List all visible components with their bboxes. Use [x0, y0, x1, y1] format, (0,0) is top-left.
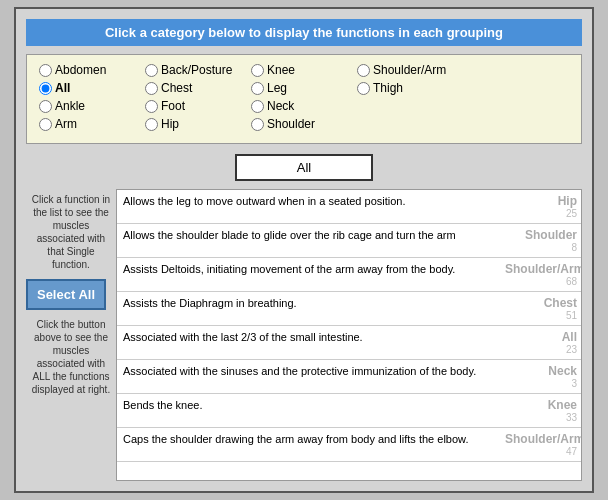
header-bar: Click a category below to display the fu…: [26, 19, 582, 46]
all-filter-button[interactable]: All: [235, 154, 373, 181]
category-item-shoulder-arm[interactable]: Shoulder/Arm: [357, 63, 457, 77]
label-ankle[interactable]: Ankle: [55, 99, 85, 113]
category-item-all[interactable]: All: [39, 81, 139, 95]
radio-knee[interactable]: [251, 64, 264, 77]
content-area: Click a function in the list to see the …: [26, 189, 582, 481]
label-foot[interactable]: Foot: [161, 99, 185, 113]
radio-abdomen[interactable]: [39, 64, 52, 77]
list-item-category: Shoulder8: [501, 224, 581, 257]
category-item-abdomen[interactable]: Abdomen: [39, 63, 139, 77]
category-item-ankle[interactable]: Ankle: [39, 99, 139, 113]
list-item-category: Knee33: [501, 394, 581, 427]
list-item[interactable]: Assists the Diaphragm in breathing.Chest…: [117, 292, 581, 326]
radio-shoulder[interactable]: [251, 118, 264, 131]
list-item-category-number: 3: [505, 378, 577, 389]
category-item-hip[interactable]: Hip: [145, 117, 245, 131]
list-item-category: Hip25: [501, 190, 581, 223]
radio-thigh[interactable]: [357, 82, 370, 95]
list-item-category-number: 8: [505, 242, 577, 253]
label-shoulder-arm[interactable]: Shoulder/Arm: [373, 63, 446, 77]
category-item-neck[interactable]: Neck: [251, 99, 351, 113]
list-item-category-number: 33: [505, 412, 577, 423]
list-container: Allows the leg to move outward when in a…: [116, 189, 582, 481]
radio-hip[interactable]: [145, 118, 158, 131]
all-button-row: All: [26, 154, 582, 181]
label-hip[interactable]: Hip: [161, 117, 179, 131]
category-item-leg[interactable]: Leg: [251, 81, 351, 95]
radio-shoulder-arm[interactable]: [357, 64, 370, 77]
list-item-category-name: All: [505, 330, 577, 344]
radio-neck[interactable]: [251, 100, 264, 113]
list-item-category-number: 68: [505, 276, 577, 287]
list-item-text: Associated with the sinuses and the prot…: [117, 360, 501, 393]
label-all[interactable]: All: [55, 81, 70, 95]
list-item-text: Caps the shoulder drawing the arm away f…: [117, 428, 501, 461]
category-row-2: All Chest Leg Thigh: [39, 81, 569, 95]
list-scroll[interactable]: Allows the leg to move outward when in a…: [117, 190, 581, 480]
list-item-category-name: Shoulder/Arm: [505, 262, 577, 276]
list-item[interactable]: Bends the knee.Knee33: [117, 394, 581, 428]
label-arm[interactable]: Arm: [55, 117, 77, 131]
header-title: Click a category below to display the fu…: [105, 25, 503, 40]
list-item-category-number: 25: [505, 208, 577, 219]
radio-back-posture[interactable]: [145, 64, 158, 77]
label-leg[interactable]: Leg: [267, 81, 287, 95]
category-item-back-posture[interactable]: Back/Posture: [145, 63, 245, 77]
category-item-knee[interactable]: Knee: [251, 63, 351, 77]
radio-chest[interactable]: [145, 82, 158, 95]
label-knee[interactable]: Knee: [267, 63, 295, 77]
radio-ankle[interactable]: [39, 100, 52, 113]
label-chest[interactable]: Chest: [161, 81, 192, 95]
hint-text-all: Click the button above to see the muscle…: [26, 314, 116, 400]
main-container: Click a category below to display the fu…: [14, 7, 594, 493]
list-item[interactable]: Associated with the sinuses and the prot…: [117, 360, 581, 394]
list-item-category: Shoulder/Arm47: [501, 428, 581, 461]
list-item-category: All23: [501, 326, 581, 359]
list-item-category: Shoulder/Arm68: [501, 258, 581, 291]
list-item-category-name: Shoulder/Arm: [505, 432, 577, 446]
radio-foot[interactable]: [145, 100, 158, 113]
list-item-category-number: 47: [505, 446, 577, 457]
list-item-category-name: Chest: [505, 296, 577, 310]
list-item-category-number: 51: [505, 310, 577, 321]
list-item-category-name: Shoulder: [505, 228, 577, 242]
label-thigh[interactable]: Thigh: [373, 81, 403, 95]
list-item[interactable]: Associated with the last 2/3 of the smal…: [117, 326, 581, 360]
category-row-3: Ankle Foot Neck: [39, 99, 569, 113]
left-panel: Click a function in the list to see the …: [26, 189, 116, 481]
list-item-category-name: Neck: [505, 364, 577, 378]
category-item-foot[interactable]: Foot: [145, 99, 245, 113]
label-abdomen[interactable]: Abdomen: [55, 63, 106, 77]
list-item-text: Allows the shoulder blade to glide over …: [117, 224, 501, 257]
select-all-button[interactable]: Select All: [26, 279, 106, 310]
label-back-posture[interactable]: Back/Posture: [161, 63, 232, 77]
category-item-arm[interactable]: Arm: [39, 117, 139, 131]
category-row-1: Abdomen Back/Posture Knee Shoulder/Arm: [39, 63, 569, 77]
list-item-text: Assists the Diaphragm in breathing.: [117, 292, 501, 325]
label-neck[interactable]: Neck: [267, 99, 294, 113]
radio-all[interactable]: [39, 82, 52, 95]
category-row-4: Arm Hip Shoulder: [39, 117, 569, 131]
list-item-text: Associated with the last 2/3 of the smal…: [117, 326, 501, 359]
list-item-text: Allows the leg to move outward when in a…: [117, 190, 501, 223]
label-shoulder[interactable]: Shoulder: [267, 117, 315, 131]
list-item-category: Chest51: [501, 292, 581, 325]
list-item[interactable]: Allows the shoulder blade to glide over …: [117, 224, 581, 258]
list-item[interactable]: Allows the leg to move outward when in a…: [117, 190, 581, 224]
radio-leg[interactable]: [251, 82, 264, 95]
category-item-thigh[interactable]: Thigh: [357, 81, 457, 95]
list-item-category-name: Knee: [505, 398, 577, 412]
radio-arm[interactable]: [39, 118, 52, 131]
list-item[interactable]: Assists Deltoids, initiating movement of…: [117, 258, 581, 292]
category-box: Abdomen Back/Posture Knee Shoulder/Arm A…: [26, 54, 582, 144]
list-item-text: Bends the knee.: [117, 394, 501, 427]
list-item-text: Assists Deltoids, initiating movement of…: [117, 258, 501, 291]
list-item[interactable]: Caps the shoulder drawing the arm away f…: [117, 428, 581, 462]
hint-text-single: Click a function in the list to see the …: [26, 189, 116, 275]
list-item-category-number: 23: [505, 344, 577, 355]
category-item-shoulder[interactable]: Shoulder: [251, 117, 351, 131]
list-item-category: Neck3: [501, 360, 581, 393]
list-item-category-name: Hip: [505, 194, 577, 208]
category-item-chest[interactable]: Chest: [145, 81, 245, 95]
